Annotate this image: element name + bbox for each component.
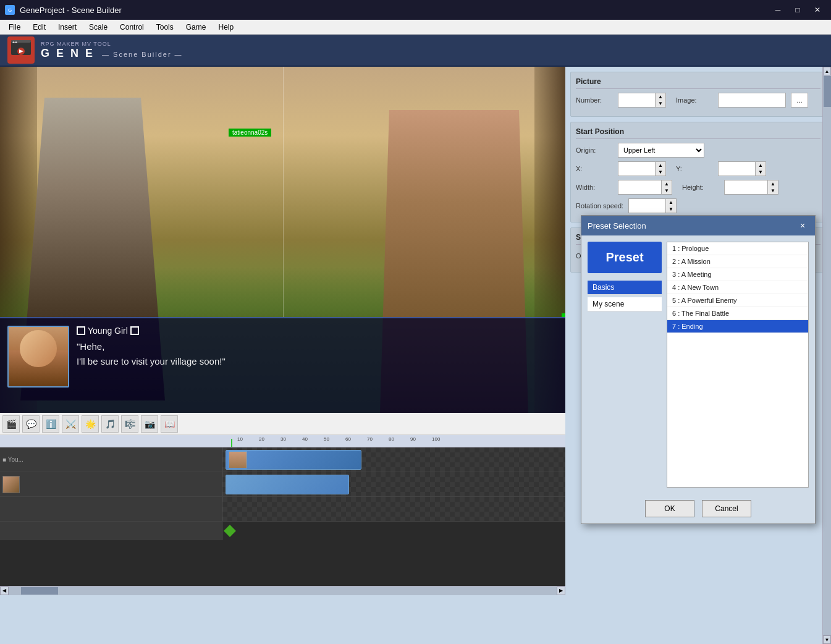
preset-entry-6[interactable]: 6 : The Final Battle (667, 307, 808, 320)
close-button[interactable]: ✕ (809, 4, 826, 16)
menu-insert[interactable]: Insert (52, 22, 83, 33)
picture-number-row: Number: 4 ▲ ▼ Image: tatieonna02s ... (576, 93, 820, 108)
preset-entry-5[interactable]: 5 : A Powerful Enemy (667, 294, 808, 307)
track-block-2[interactable] (226, 475, 349, 494)
start-position-title: Start Position (576, 127, 820, 139)
timeline-ruler: 10 20 30 40 50 60 70 80 90 100 (0, 435, 565, 447)
preset-dialog: Preset Selection × Preset Basics My scen… (581, 215, 816, 524)
scrollbar-thumb[interactable] (21, 587, 58, 595)
dialog-ok-btn[interactable]: OK (645, 500, 694, 517)
timeline-btn-sword[interactable]: ⚔️ (62, 415, 79, 433)
dialogue-character-name: Young Girl (88, 326, 128, 336)
x-spinbox[interactable]: 476 ▲ ▼ (618, 161, 666, 176)
preset-entry-2[interactable]: 2 : A Mission (667, 255, 808, 268)
timeline-btn-music[interactable]: 🎵 (101, 415, 119, 433)
dialog-titlebar: Preset Selection × (581, 216, 815, 235)
menu-game[interactable]: Game (180, 22, 213, 33)
y-down-btn[interactable]: ▼ (756, 169, 766, 176)
height-up-btn[interactable]: ▲ (768, 180, 778, 187)
image-input[interactable]: tatieonna02s (718, 93, 786, 108)
scene-canvas: tatieonna02s Young Girl (0, 67, 565, 413)
dialogue-text: "Hehe, I'll be sure to visit your villag… (77, 339, 558, 369)
origin-select[interactable]: Upper Left (618, 143, 704, 158)
logo-icon (7, 36, 35, 64)
x-down-btn[interactable]: ▼ (656, 169, 665, 176)
track-content-marker (222, 522, 565, 540)
x-up-btn[interactable]: ▲ (656, 162, 665, 169)
logo-text: RPG MAKER MV TOOL G E N E — Scene Builde… (41, 41, 183, 60)
cursor-box-right (130, 326, 139, 335)
number-up-btn[interactable]: ▲ (656, 93, 665, 100)
y-spinbox[interactable]: 106 ▲ ▼ (718, 161, 766, 176)
picture-title: Picture (576, 77, 820, 89)
number-down-btn[interactable]: ▼ (656, 100, 665, 107)
timeline-marker (224, 525, 236, 537)
menu-bar: File Edit Insert Scale Control Tools Gam… (0, 20, 831, 35)
number-label: Number: (576, 96, 613, 104)
dialogue-content: Young Girl "Hehe, I'll be sure to visit … (77, 326, 558, 405)
timeline-btn-star[interactable]: 🌟 (82, 415, 99, 433)
menu-control[interactable]: Control (114, 22, 150, 33)
x-input[interactable]: 476 (618, 161, 655, 176)
scroll-left-btn[interactable]: ◀ (0, 587, 9, 595)
preset-entry-7[interactable]: 7 : Ending (667, 320, 808, 333)
preset-category-basics[interactable]: Basics (588, 281, 662, 295)
preset-category-myscene[interactable]: My scene (588, 297, 662, 311)
picture-section: Picture Number: 4 ▲ ▼ Image: tatieonna02… (570, 72, 826, 117)
bottom-scrollbar: ◀ ▶ (0, 586, 565, 595)
dialog-cancel-btn[interactable]: Cancel (702, 500, 751, 517)
preset-entry-3[interactable]: 3 : A Meeting (667, 268, 808, 281)
track-content-1 (222, 447, 565, 472)
track-thumbnail-2 (2, 476, 20, 493)
number-spinbox[interactable]: 4 ▲ ▼ (618, 93, 666, 108)
logo-subtitle: RPG MAKER MV TOOL (41, 41, 183, 47)
timeline-tracks: ■ You... (0, 447, 565, 586)
menu-tools[interactable]: Tools (150, 22, 180, 33)
image-browse-btn[interactable]: ... (791, 93, 808, 108)
dialog-left-panel: Preset Basics My scene (588, 242, 662, 488)
app-icon: G (5, 5, 15, 15)
center-divider (283, 67, 284, 317)
track-content-2 (222, 472, 565, 496)
menu-help[interactable]: Help (212, 22, 240, 33)
scroll-right-btn[interactable]: ▶ (557, 587, 565, 595)
track-row-1: ■ You... (0, 447, 565, 472)
track-row-2 (0, 472, 565, 497)
timeline-btn-scene[interactable]: 🎬 (2, 415, 20, 433)
width-up-btn[interactable]: ▲ (662, 180, 672, 187)
timeline-btn-book[interactable]: 📖 (161, 415, 178, 433)
track-header-3 (0, 497, 222, 521)
menu-edit[interactable]: Edit (27, 22, 52, 33)
timeline-toolbar: 🎬 💬 ℹ️ ⚔️ 🌟 🎵 🎼 📷 📖 (0, 413, 565, 435)
menu-scale[interactable]: Scale (83, 22, 114, 33)
timeline-btn-info[interactable]: ℹ️ (42, 415, 59, 433)
preset-main-btn[interactable]: Preset (588, 242, 662, 273)
dialog-close-btn[interactable]: × (796, 219, 809, 232)
scrollbar-track[interactable] (9, 587, 557, 595)
preset-entries-list[interactable]: 1 : Prologue 2 : A Mission 3 : A Meeting… (667, 242, 809, 488)
cursor-box-left (77, 326, 85, 335)
dialogue-name: Young Girl (77, 326, 558, 336)
track-block-1[interactable] (226, 450, 361, 470)
y-up-btn[interactable]: ▲ (756, 162, 766, 169)
preset-entry-4[interactable]: 4 : A New Town (667, 281, 808, 294)
dialog-right-panel: 1 : Prologue 2 : A Mission 3 : A Meeting… (667, 242, 809, 488)
dialog-title: Preset Selection (588, 221, 646, 231)
dialogue-box: Young Girl "Hehe, I'll be sure to visit … (0, 317, 565, 413)
y-label: Y: (676, 165, 713, 172)
y-input[interactable]: 106 (718, 161, 755, 176)
minimize-button[interactable]: ─ (769, 4, 787, 16)
track-label-1: ■ You... (2, 456, 23, 463)
maximize-button[interactable]: □ (789, 4, 806, 16)
number-input[interactable]: 4 (618, 93, 655, 108)
timeline-btn-message[interactable]: 💬 (22, 415, 40, 433)
vscroll-up-btn[interactable]: ▲ (823, 67, 831, 75)
menu-file[interactable]: File (2, 22, 27, 33)
dialog-footer: OK Cancel (581, 494, 815, 523)
vscroll-thumb[interactable] (824, 76, 831, 107)
timeline-btn-camera[interactable]: 📷 (141, 415, 158, 433)
logo-title: G E N E (41, 47, 95, 60)
timeline-btn-score[interactable]: 🎼 (121, 415, 138, 433)
timeline-area: 🎬 💬 ℹ️ ⚔️ 🌟 🎵 🎼 📷 📖 10 20 30 40 (0, 413, 565, 586)
preset-entry-1[interactable]: 1 : Prologue (667, 242, 808, 255)
